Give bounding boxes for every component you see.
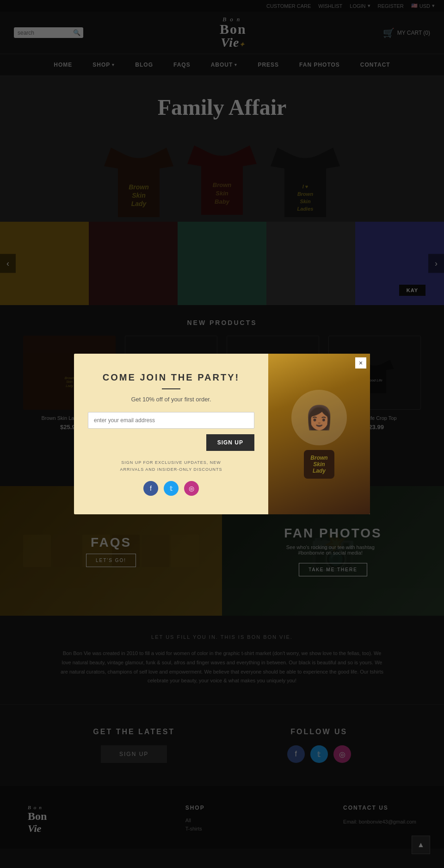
modal-close-button[interactable]: × (355, 357, 366, 368)
modal-title: COME JOIN THE PARTY! (88, 372, 254, 383)
modal-socials: f 𝕥 ◎ (88, 481, 254, 496)
modal-subtitle: Get 10% off of your first order. (88, 396, 254, 403)
modal-email-input[interactable] (88, 412, 254, 429)
modal-divider (162, 388, 180, 389)
modal-signup-button[interactable]: SIGN UP (206, 434, 254, 451)
modal-content-left: COME JOIN THE PARTY! Get 10% off of your… (74, 354, 268, 514)
modal-overlay[interactable]: COME JOIN THE PARTY! Get 10% off of your… (0, 0, 444, 849)
modal-image-right: 👩🏾 Brown Skin Lady (268, 354, 370, 514)
modal-facebook-button[interactable]: f (143, 481, 158, 496)
modal-twitter-button[interactable]: 𝕥 (164, 481, 179, 496)
signup-modal: COME JOIN THE PARTY! Get 10% off of your… (74, 354, 370, 514)
modal-instagram-button[interactable]: ◎ (184, 481, 199, 496)
modal-footer-text: SIGN UP FOR EXCLUSIVE UPDATES, NEWARRIVA… (88, 459, 254, 473)
